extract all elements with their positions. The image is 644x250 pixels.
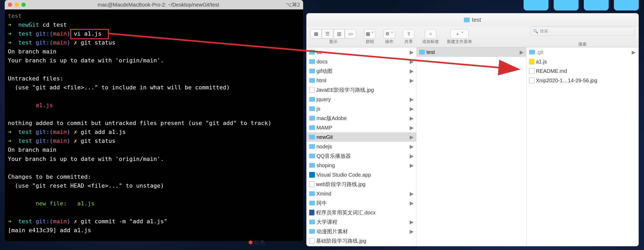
tag-icon[interactable]: ○ bbox=[425, 29, 436, 39]
folder-icon bbox=[309, 135, 315, 139]
dock-folder[interactable] bbox=[614, 0, 639, 10]
finder-item-label: JavaEE阶段学习路线.jpg bbox=[316, 86, 374, 94]
finder-item[interactable]: Visual Studio Code.app bbox=[307, 170, 416, 180]
group-button[interactable]: ▦ ˅ bbox=[364, 29, 376, 39]
chevron-right-icon: ▶ bbox=[410, 162, 414, 169]
finder-item[interactable]: 阿牛▶ bbox=[307, 198, 416, 208]
terminal-window: mac@MacdeMacBook-Pro-2: ~/Desktop/newGit… bbox=[5, 0, 303, 241]
finder-column-1: cc▶docs▶gif动图▶html▶JavaEE阶段学习路线.jpgjquer… bbox=[307, 47, 417, 246]
finder-item-label: 基础阶段学习路线.jpg bbox=[316, 237, 366, 244]
icon-view-button[interactable]: ▦ bbox=[310, 29, 322, 39]
finder-columns: cc▶docs▶gif动图▶html▶JavaEE阶段学习路线.jpgjquer… bbox=[307, 47, 639, 246]
list-view-button[interactable]: ☰ bbox=[322, 29, 333, 39]
chevron-right-icon: ▶ bbox=[632, 49, 636, 55]
folder-icon bbox=[529, 50, 535, 55]
new-folder-button[interactable]: ＋ ˅ bbox=[450, 29, 469, 39]
chevron-right-icon: ▶ bbox=[410, 106, 414, 112]
chevron-right-icon: ▶ bbox=[410, 124, 414, 131]
finder-item-label: jquery bbox=[317, 96, 331, 102]
group-by: ▦ ˅ 群组 bbox=[364, 29, 376, 45]
finder-item[interactable]: 动漫图片素材▶ bbox=[307, 227, 416, 236]
gallery-view-button[interactable]: ▭ bbox=[345, 29, 356, 39]
folder-icon bbox=[309, 106, 315, 111]
finder-item[interactable]: QQ音乐播放器▶ bbox=[307, 151, 416, 161]
chevron-right-icon: ▶ bbox=[410, 77, 414, 84]
finder-item[interactable]: test▶ bbox=[417, 47, 526, 57]
finder-item[interactable]: MAMP▶ bbox=[307, 123, 416, 132]
folder-icon bbox=[309, 220, 315, 224]
dock-folder[interactable] bbox=[524, 0, 548, 10]
folder-icon bbox=[309, 229, 315, 234]
finder-item[interactable]: nodejs▶ bbox=[307, 142, 416, 151]
finder-item[interactable]: newGit▶ bbox=[307, 132, 416, 142]
folder-icon bbox=[309, 154, 315, 158]
folder-icon bbox=[309, 50, 315, 55]
folder-icon bbox=[309, 201, 315, 205]
finder-column-2: test▶ bbox=[417, 47, 526, 246]
finder-item-label: html bbox=[317, 78, 326, 84]
finder-titlebar[interactable]: test bbox=[307, 13, 639, 26]
finder-item-label: 大学课程 bbox=[317, 219, 337, 226]
share-icon[interactable]: ⇪ bbox=[403, 29, 414, 39]
folder-icon bbox=[309, 191, 315, 196]
finder-item[interactable]: README.md bbox=[526, 66, 638, 76]
gear-icon[interactable]: ⚙ ˅ bbox=[384, 29, 395, 39]
finder-item[interactable]: JavaEE阶段学习路线.jpg bbox=[307, 85, 416, 95]
finder-item-label: 程序员常用英文词汇.docx bbox=[316, 209, 376, 216]
finder-item-label: docs bbox=[317, 59, 327, 65]
chevron-right-icon: ▶ bbox=[410, 228, 414, 235]
chevron-right-icon: ▶ bbox=[410, 143, 414, 150]
chevron-right-icon: ▶ bbox=[410, 96, 414, 102]
finder-item[interactable]: Xnip2020-1…14-29-56.jpg bbox=[526, 76, 638, 85]
terminal-body[interactable]: test ➜ newGit cd test ➜ test git:(main) … bbox=[5, 9, 303, 241]
finder-item[interactable]: 基础阶段学习路线.jpg bbox=[307, 236, 416, 246]
folder-icon bbox=[309, 144, 315, 149]
terminal-shortcut: ⌥⌘2 bbox=[286, 2, 300, 8]
folder-icon bbox=[309, 69, 315, 73]
finder-item[interactable]: shoping▶ bbox=[307, 161, 416, 170]
terminal-titlebar[interactable]: mac@MacdeMacBook-Pro-2: ~/Desktop/newGit… bbox=[5, 0, 303, 9]
search-input[interactable]: 🔍 搜索 bbox=[530, 26, 635, 36]
finder-item[interactable]: 大学课程▶ bbox=[307, 217, 416, 227]
finder-item-label: js bbox=[317, 106, 320, 112]
minimize-icon[interactable] bbox=[15, 3, 19, 7]
column-view-button[interactable]: ▥ bbox=[333, 29, 345, 39]
finder-item-label: QQ音乐播放器 bbox=[317, 153, 351, 160]
finder-column-3: .git▶a1.jsREADME.mdXnip2020-1…14-29-56.j… bbox=[526, 47, 639, 246]
tag-red[interactable]: 红色 bbox=[249, 239, 265, 246]
dock-folders bbox=[524, 0, 639, 10]
finder-item[interactable]: .git▶ bbox=[526, 47, 638, 57]
folder-icon bbox=[309, 78, 315, 83]
finder-item[interactable]: web阶段学习路线.jpg bbox=[307, 180, 416, 189]
terminal-line: test bbox=[8, 13, 22, 19]
finder-item-label: README.md bbox=[536, 68, 567, 74]
folder-icon bbox=[309, 163, 315, 168]
finder-item-label: Xmind bbox=[317, 191, 331, 197]
finder-item[interactable]: js▶ bbox=[307, 104, 416, 113]
finder-item-label: cc bbox=[317, 49, 322, 55]
finder-item[interactable]: mac版Adobe▶ bbox=[307, 113, 416, 123]
chevron-right-icon: ▶ bbox=[410, 153, 414, 159]
finder-item-label: a1.js bbox=[536, 59, 547, 65]
file-icon bbox=[309, 87, 314, 93]
close-icon[interactable] bbox=[8, 3, 12, 7]
chevron-right-icon: ▶ bbox=[410, 134, 414, 140]
maximize-icon[interactable] bbox=[21, 3, 26, 7]
finder-item[interactable]: jquery▶ bbox=[307, 95, 416, 104]
finder-item[interactable]: html▶ bbox=[307, 76, 416, 85]
finder-item[interactable]: Xmind▶ bbox=[307, 189, 416, 198]
finder-item-label: 动漫图片素材 bbox=[317, 228, 348, 235]
file-icon bbox=[529, 78, 534, 83]
finder-item[interactable]: gif动图▶ bbox=[307, 66, 416, 76]
finder-item[interactable]: 程序员常用英文词汇.docx bbox=[307, 208, 416, 217]
finder-item[interactable]: a1.js bbox=[526, 57, 638, 66]
dock-folder[interactable] bbox=[554, 0, 579, 10]
finder-item-label: shoping bbox=[317, 162, 335, 169]
file-icon bbox=[309, 238, 314, 244]
folder-icon bbox=[464, 18, 470, 22]
finder-item[interactable]: docs▶ bbox=[307, 57, 416, 66]
dock-folder[interactable] bbox=[584, 0, 609, 10]
finder-toolbar: ▦ ☰ ▥ ▭ 显示 ▦ ˅ 群组 ⚙ ˅ 操作 ⇪ 共享 ○ 添加标签 ＋ ˅… bbox=[307, 26, 639, 47]
traffic-lights bbox=[8, 3, 26, 7]
finder-item[interactable]: cc▶ bbox=[307, 47, 416, 57]
